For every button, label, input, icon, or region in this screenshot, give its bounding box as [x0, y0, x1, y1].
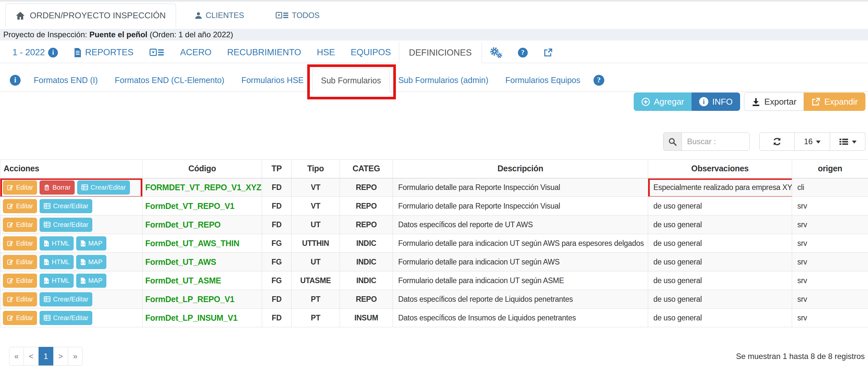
editar-button[interactable]: Editar [3, 274, 37, 288]
nav-recubrimiento[interactable]: RECUBRIMIENTO [219, 42, 309, 63]
col-header-categ[interactable]: CATEG [340, 160, 393, 178]
cell-descripcion: Formulario detalle para Reporte Inspecci… [393, 197, 648, 216]
page-size-dropdown[interactable]: 16 [795, 132, 830, 151]
col-header-observaciones[interactable]: Observaciones [648, 160, 792, 178]
subnav-sub-formularios[interactable]: Sub Formularios [312, 69, 390, 92]
question-circle-icon[interactable]: ? [593, 75, 604, 86]
sub-formularios-table: Acciones Código TP Tipo CATEG Descripció… [0, 159, 868, 327]
page-1-button[interactable]: 1 [39, 347, 53, 365]
nav-hse[interactable]: HSE [309, 42, 343, 63]
search-input[interactable] [682, 132, 750, 151]
crear-editar-button[interactable]: Crear/Editar [77, 181, 130, 195]
editar-button[interactable]: Editar [3, 292, 37, 306]
cell-origen: cli [792, 178, 868, 197]
cell-tipo: PT [291, 290, 340, 308]
info-circle-icon: i [699, 97, 708, 106]
subnav-formatos-end-i[interactable]: Formatos END (I) [25, 75, 106, 85]
map-button[interactable]: MAP [76, 255, 106, 269]
cell-tipo: UTTHIN [291, 234, 340, 253]
cell-codigo: FormDet_UT_REPO [143, 216, 262, 234]
nav-external[interactable] [535, 42, 560, 63]
nav-order-year-label: 1 - 2022 [12, 47, 45, 58]
col-header-codigo[interactable]: Código [143, 160, 262, 178]
info-circle-icon[interactable]: i [10, 75, 21, 86]
cell-descripcion: Datos específicos del reporte de Liquido… [393, 290, 648, 308]
subnav-formatos-end-cl[interactable]: Formatos END (CL-Elemento) [106, 75, 233, 85]
editar-button[interactable]: Editar [3, 218, 37, 232]
columns-dropdown[interactable] [830, 132, 865, 151]
cell-tp: FG [262, 271, 291, 290]
tab-todos[interactable]: TODOS [276, 11, 320, 20]
cell-tp: FG [262, 234, 291, 253]
crear-editar-button[interactable]: Crear/Editar [39, 311, 92, 325]
nav-reportes[interactable]: REPORTES [66, 42, 141, 63]
nav-help[interactable]: ? [510, 42, 535, 63]
main-nav: 1 - 2022 i REPORTES ACERO RECUBRIMIENTO … [0, 42, 868, 63]
cell-origen: srv [792, 290, 868, 308]
agregar-button[interactable]: Agregar [634, 93, 692, 111]
html-button[interactable]: HTML [39, 255, 73, 269]
table-row: EditarHTMLMAP FormDet_UT_AWS_THIN FG UTT… [0, 234, 868, 253]
editar-button[interactable]: Editar [3, 255, 37, 269]
nav-order-year[interactable]: 1 - 2022 i [5, 42, 66, 63]
editar-button[interactable]: Editar [3, 181, 37, 195]
map-button[interactable]: MAP [76, 236, 106, 251]
nav-acero[interactable]: ACERO [172, 42, 219, 63]
crear-editar-button[interactable]: Crear/Editar [39, 292, 92, 306]
cell-origen: srv [792, 253, 868, 271]
cell-observaciones: de uso general [648, 253, 792, 271]
col-header-origen[interactable]: origen [792, 160, 868, 178]
tab-orden-proyecto-inspeccion[interactable]: ORDEN/PROYECTO INSPECCIÓN [5, 4, 176, 27]
cell-codigo: FormDet_VT_REPO_V1 [143, 197, 262, 216]
col-header-tp[interactable]: TP [262, 160, 291, 178]
col-header-acciones[interactable]: Acciones [0, 160, 143, 178]
info-button[interactable]: i INFO [692, 93, 740, 111]
refresh-button[interactable] [760, 132, 795, 151]
subnav-formularios-hse-label: Formularios HSE [242, 75, 304, 85]
external-link-icon [811, 97, 820, 106]
html-button[interactable]: HTML [39, 236, 73, 251]
expandir-button[interactable]: Expandir [804, 93, 865, 111]
crear-editar-button[interactable]: Crear/Editar [39, 199, 92, 213]
cell-tipo: VT [291, 197, 340, 216]
subnav-sub-formularios-admin[interactable]: Sub Formularios (admin) [390, 75, 497, 85]
editar-button[interactable]: Editar [3, 236, 37, 251]
editar-button[interactable]: Editar [3, 311, 37, 325]
nav-checklist[interactable] [141, 42, 172, 63]
exportar-button[interactable]: Exportar [744, 93, 804, 111]
project-order-info: (Orden: 1 del año 2022) [150, 30, 233, 39]
download-icon [751, 97, 761, 106]
nav-equipos-label: EQUIPOS [351, 47, 391, 58]
tab-clientes[interactable]: CLIENTES [194, 11, 244, 20]
cell-categ: INSUM [340, 308, 393, 327]
info-label: INFO [712, 97, 733, 107]
page-next-button[interactable]: > [53, 347, 68, 365]
editar-button[interactable]: Editar [3, 199, 37, 213]
cell-tipo: UT [291, 216, 340, 234]
cell-categ: REPO [340, 216, 393, 234]
nav-acero-label: ACERO [180, 47, 211, 58]
cell-tipo: UTASME [291, 271, 340, 290]
nav-definiciones[interactable]: DEFINICIONES [399, 42, 482, 63]
info-circle-icon[interactable]: i [48, 48, 58, 58]
nav-settings[interactable] [482, 42, 510, 63]
page-first-button[interactable]: « [9, 347, 24, 365]
col-header-tipo[interactable]: Tipo [291, 160, 340, 178]
cell-tp: FD [262, 197, 291, 216]
table-row: EditarCrear/Editar FormDet_VT_REPO_V1 FD… [0, 197, 868, 216]
home-icon [16, 11, 25, 21]
subnav-formularios-equipos[interactable]: Formularios Equipos [497, 75, 589, 85]
subnav-formularios-hse[interactable]: Formularios HSE [233, 75, 312, 85]
html-button[interactable]: HTML [39, 274, 73, 288]
col-header-descripcion[interactable]: Descripción [393, 160, 648, 178]
page-prev-button[interactable]: < [24, 347, 39, 365]
app-tab-bar: ORDEN/PROYECTO INSPECCIÓN CLIENTES TODOS [0, 2, 868, 27]
cell-categ: INDIC [340, 234, 393, 253]
nav-equipos[interactable]: EQUIPOS [343, 42, 399, 63]
borrar-button[interactable]: Borrar [39, 181, 74, 195]
map-button[interactable]: MAP [76, 274, 106, 288]
page-last-button[interactable]: » [68, 347, 83, 365]
crear-editar-button[interactable]: Crear/Editar [39, 218, 92, 232]
cell-categ: INDIC [340, 253, 393, 271]
exportar-label: Exportar [764, 97, 796, 107]
